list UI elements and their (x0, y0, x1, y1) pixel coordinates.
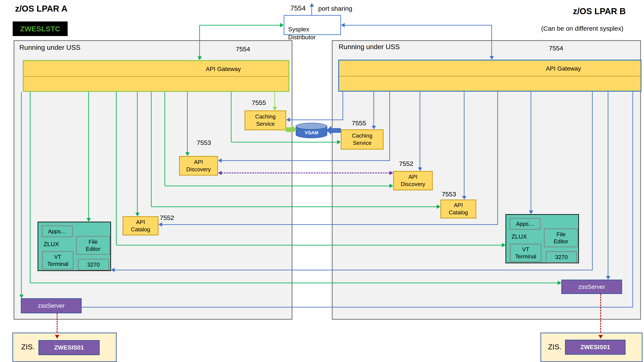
zweslstc-badge-label: ZWESLSTC (20, 25, 60, 33)
arrowhead-sysplex-gwA (198, 56, 202, 60)
edge-zssA-zwesis01A-dashed (57, 313, 58, 335)
arrowhead-discoveryA-discoveryB (390, 171, 393, 175)
sysplex-distributor-label: Sysplex Distributor (288, 26, 316, 40)
zowe-sysplex-diagram: z/OS LPAR A ZWESLSTC z/OS LPAR B (Can be… (0, 0, 644, 362)
zlux-b-label: ZLUX (512, 233, 527, 240)
arrowhead-gwA-cachingA (273, 107, 277, 110)
arrowhead-discoveryB-discoveryA (218, 171, 222, 175)
edge-cachingB-vsam-shaft (331, 128, 341, 133)
arrowhead-gwB-discoveryA (218, 158, 222, 163)
arrowhead-gwA-catalogA (135, 213, 140, 216)
caching-a-port: 7555 (252, 99, 266, 106)
edge-gwB-discoveryA-hline (222, 160, 390, 161)
api-gateway-b-label: API Gateway (546, 65, 581, 72)
arrowhead-gwB-cachingA (286, 118, 290, 122)
catalog-a-port: 7552 (160, 214, 174, 221)
port-sharing-arrowhead-up (310, 3, 314, 7)
zis-a-label: ZIS. (21, 343, 34, 351)
edge-gwA-zssA-line (21, 92, 22, 295)
edge-zssB-zwesis01B-dashed (600, 294, 601, 335)
discovery-a-port: 7553 (197, 139, 211, 146)
discovery-b-port: 7552 (399, 160, 413, 167)
uss-b-label: Running under USS (339, 43, 400, 51)
edge-gwA-zluxB-vline (116, 92, 116, 245)
zlux-b-file-editor-box: File Editor (544, 229, 578, 247)
edge-gwB-discoveryB-line (420, 92, 420, 167)
api-gateway-a: API Gateway (23, 60, 289, 92)
arrowhead-gwB-catalogB (462, 196, 466, 200)
zlux-b-vt-terminal-box: VT Terminal (510, 244, 541, 262)
api-discovery-b: API Discovery (393, 171, 433, 190)
zis-box-a: ZIS. ZWESIS01 (12, 333, 116, 362)
gateway-a-port: 7554 (236, 45, 250, 53)
port-sharing-label: port sharing (318, 5, 352, 12)
edge-gwB-zssA-vline (632, 92, 633, 308)
zis-b-label: ZIS. (548, 343, 561, 351)
edge-gwB-sysplex-hline (344, 25, 492, 25)
edge-gwB-zssB-line (608, 92, 608, 276)
port-sharing-arrow-line (311, 7, 312, 15)
lpar-a-title: z/OS LPAR A (15, 4, 68, 13)
edge-cachingA-vsam-arrowhead (292, 125, 296, 134)
zss-server-a: zssServer (21, 298, 82, 313)
lpar-b-title: z/OS LPAR B (573, 6, 626, 16)
zlux-b-apps-box: Apps… (510, 218, 541, 230)
arrowhead-gwB-sysplex (341, 23, 345, 27)
arrowhead-gwB-catalogA (158, 222, 162, 227)
edge-gwB-catalogB-line (464, 92, 464, 196)
edge-gwA-zluxB-hline (116, 245, 502, 246)
edge-gwA-cachingB-vline (231, 92, 232, 142)
edge-gwA-cachingA-line (274, 92, 275, 107)
edge-gwB-discoveryA-vline (389, 92, 390, 161)
edge-gwA-catalogB-vline (151, 92, 152, 207)
api-discovery-a: API Discovery (179, 156, 218, 176)
gateway-a-divider (24, 76, 288, 77)
arrowhead-gwA-zssB (558, 281, 561, 285)
caching-b-port: 7555 (352, 119, 366, 127)
edge-gwB-zluxB-line (530, 92, 531, 211)
edge-gwB-cachingA-vline (342, 92, 343, 120)
arrowhead-gwA-cachingB (337, 140, 341, 144)
gateway-b-port: 7554 (549, 45, 563, 52)
arrowhead-sysplex-gwB (490, 56, 494, 60)
edge-gwA-zssB-hline (30, 283, 558, 283)
zwesis01-a: ZWESIS01 (38, 340, 100, 355)
edge-discoveryA-discoveryB-dashed (222, 173, 390, 173)
arrowhead-gwB-zluxA (111, 268, 115, 272)
arrowhead-gwA-catalogB (437, 205, 440, 209)
arrowhead-gwB-zluxB (529, 211, 533, 214)
caching-service-b: Caching Service (341, 129, 384, 150)
arrowhead-gwA-zluxB (502, 243, 506, 247)
arrowhead-gwA-sysplex (280, 23, 284, 27)
edge-gwA-discoveryB-vline (164, 92, 165, 186)
shared-port-label: 7554 (290, 4, 306, 12)
api-gateway-a-label: API Gateway (206, 66, 241, 72)
arrowhead-gwA-zssA (19, 295, 24, 298)
edge-gwB-zluxA-hline (114, 270, 592, 270)
edge-gwB-cachingB-line (374, 92, 374, 126)
zlux-a-label: ZLUX (44, 241, 59, 248)
arrowhead-zssB-zwesis01B (598, 335, 603, 339)
edge-gwA-catalogA-line (137, 92, 138, 213)
edge-gwA-zssB-vline (30, 92, 30, 283)
zis-box-b: ZIS. ZWESIS01 (540, 333, 642, 362)
arrowhead-gwA-discoveryA (185, 152, 190, 156)
api-catalog-b: API Catalog (440, 200, 476, 218)
api-catalog-a: API Catalog (122, 216, 158, 235)
edge-gwB-sysplex-vline (491, 25, 492, 56)
arrowhead-gwA-discoveryB (390, 184, 393, 188)
edge-gwA-sysplex-vline (199, 25, 200, 56)
edge-gwB-catalogA-vline (497, 92, 498, 225)
edge-gwB-catalogA-hline (162, 224, 498, 225)
zlux-a-apps-box: Apps… (42, 226, 73, 237)
zlux-a-file-editor-box: File Editor (76, 236, 110, 255)
arrowhead-gwB-zssB (606, 276, 610, 280)
edge-gwA-discoveryB-hline (165, 186, 390, 186)
zlux-b-3270-box: 3270 (546, 251, 577, 263)
zweslstc-badge: ZWESLSTC (13, 21, 68, 36)
edge-gwA-sysplex-hline (200, 25, 280, 25)
edge-cachingB-vsam-arrowhead (326, 126, 331, 135)
uss-a-label: Running under USS (19, 43, 80, 51)
arrowhead-gwB-cachingB (372, 126, 376, 129)
api-gateway-b: API Gateway (338, 60, 642, 92)
